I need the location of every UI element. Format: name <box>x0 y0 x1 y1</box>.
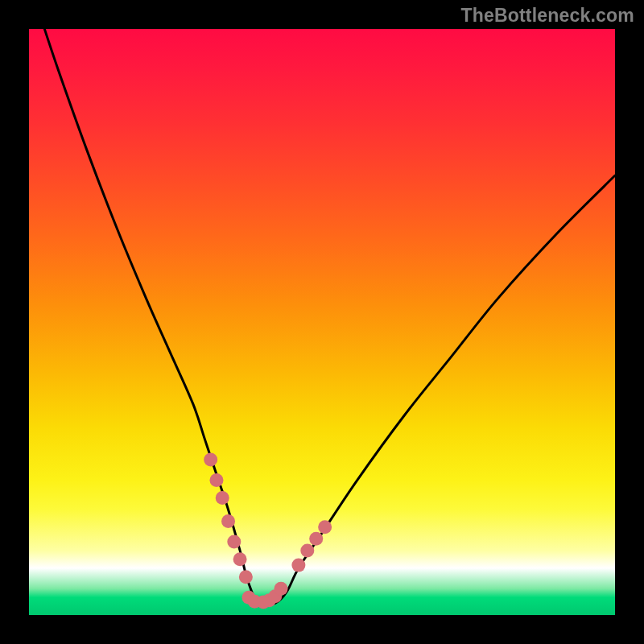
bottleneck-curve-svg <box>29 29 615 615</box>
highlight-left-descent-dot <box>209 473 223 487</box>
highlight-left-descent-dot <box>227 535 241 549</box>
highlight-right-ascent-dot <box>318 520 332 534</box>
highlight-left-descent-dot <box>233 552 247 566</box>
highlight-right-ascent-dot <box>300 543 314 557</box>
highlight-left-descent-dot <box>221 514 235 528</box>
highlight-bottom-dot <box>275 582 288 596</box>
plot-area <box>29 29 615 615</box>
highlight-right-ascent-dot <box>309 532 323 546</box>
highlight-left-descent-dot <box>239 570 253 584</box>
chart-container: TheBottleneck.com <box>0 0 644 644</box>
highlight-group <box>204 453 332 609</box>
highlight-right-ascent-dot <box>291 559 305 572</box>
highlight-left-descent-dot <box>204 453 217 467</box>
watermark-text: TheBottleneck.com <box>460 5 634 27</box>
bottleneck-curve <box>41 17 615 604</box>
highlight-left-descent-dot <box>216 491 229 505</box>
